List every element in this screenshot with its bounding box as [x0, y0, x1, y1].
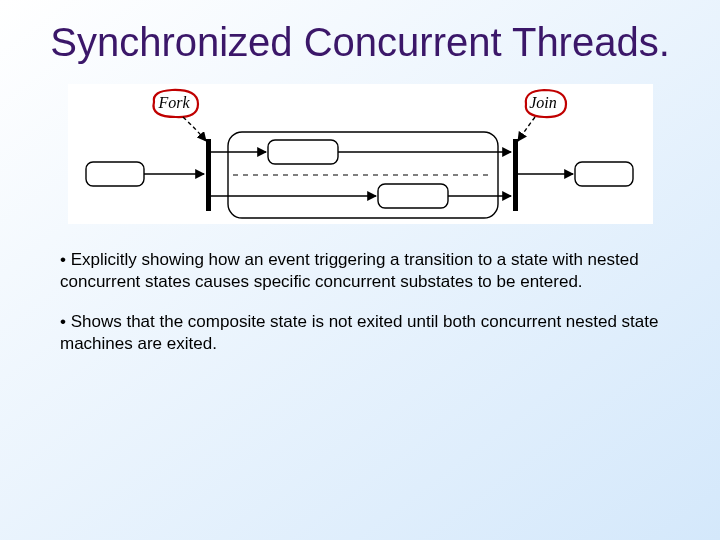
diagram-svg: Fork Join — [68, 84, 653, 224]
join-leader-arrow — [518, 117, 535, 141]
substate-bottom — [378, 184, 448, 208]
substate-top — [268, 140, 338, 164]
slide: Synchronized Concurrent Threads. — [0, 0, 720, 540]
bullet-2: • Shows that the composite state is not … — [60, 311, 660, 355]
fork-label: Fork — [157, 94, 190, 111]
fork-bar — [206, 139, 211, 211]
join-label: Join — [529, 94, 557, 111]
initial-state-box — [86, 162, 144, 186]
fork-leader-arrow — [183, 117, 206, 141]
concurrency-diagram: Fork Join — [68, 84, 653, 224]
final-state-box — [575, 162, 633, 186]
join-bar — [513, 139, 518, 211]
bullet-list: • Explicitly showing how an event trigge… — [40, 249, 680, 355]
page-title: Synchronized Concurrent Threads. — [40, 20, 680, 64]
bullet-1: • Explicitly showing how an event trigge… — [60, 249, 660, 293]
